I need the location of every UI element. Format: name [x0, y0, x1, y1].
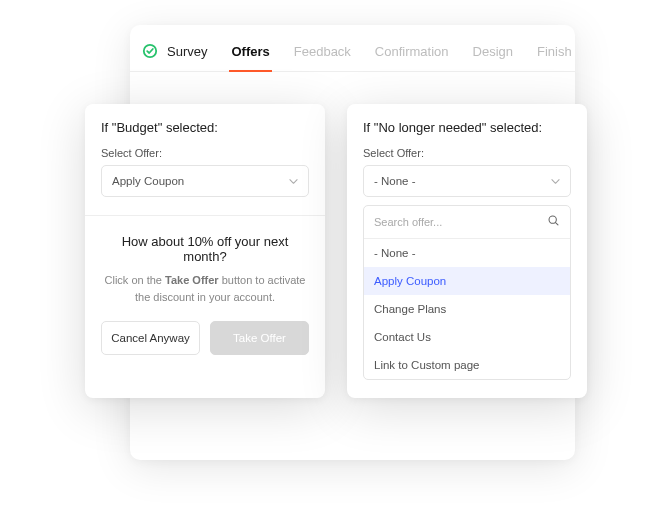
button-row: Cancel Anyway Take Offer — [101, 321, 309, 355]
search-icon — [547, 214, 560, 230]
divider — [85, 215, 325, 216]
select-value: - None - — [374, 175, 416, 187]
tab-feedback[interactable]: Feedback — [294, 44, 351, 71]
offer-body-bold: Take Offer — [165, 274, 219, 286]
tab-confirmation[interactable]: Confirmation — [375, 44, 449, 71]
offer-body: Click on the Take Offer button to activa… — [101, 272, 309, 305]
offer-select-budget[interactable]: Apply Coupon — [101, 165, 309, 197]
cancel-anyway-button[interactable]: Cancel Anyway — [101, 321, 200, 355]
option-label: Contact Us — [374, 331, 431, 343]
option-label: Link to Custom page — [374, 359, 479, 371]
chevron-down-icon — [551, 177, 560, 186]
search-row — [364, 206, 570, 239]
field-label: Select Offer: — [363, 147, 571, 159]
option-label: - None - — [374, 247, 416, 259]
option-contact-us[interactable]: Contact Us — [364, 323, 570, 351]
offer-select-nolonger[interactable]: - None - — [363, 165, 571, 197]
offer-dropdown: - None - Apply Coupon Change Plans Conta… — [363, 205, 571, 380]
option-label: Apply Coupon — [374, 275, 446, 287]
check-circle-icon — [142, 43, 158, 59]
tab-label: Finish — [537, 44, 572, 59]
option-change-plans[interactable]: Change Plans — [364, 295, 570, 323]
tab-label: Offers — [231, 44, 269, 59]
tab-survey[interactable]: Survey — [142, 43, 207, 71]
tab-label: Survey — [167, 44, 207, 59]
tab-label: Design — [473, 44, 513, 59]
card-title: If "No longer needed" selected: — [363, 120, 571, 135]
offer-heading: How about 10% off your next month? — [101, 234, 309, 264]
svg-line-2 — [556, 223, 558, 225]
card-title: If "Budget" selected: — [101, 120, 309, 135]
option-none[interactable]: - None - — [364, 239, 570, 267]
button-label: Cancel Anyway — [111, 332, 190, 344]
tab-offers[interactable]: Offers — [231, 44, 269, 71]
field-label: Select Offer: — [101, 147, 309, 159]
cards-row: If "Budget" selected: Select Offer: Appl… — [85, 104, 587, 398]
tabs: Survey Offers Feedback Confirmation Desi… — [130, 25, 575, 72]
chevron-down-icon — [289, 177, 298, 186]
take-offer-button[interactable]: Take Offer — [210, 321, 309, 355]
card-no-longer-needed: If "No longer needed" selected: Select O… — [347, 104, 587, 398]
search-input[interactable] — [374, 216, 547, 228]
select-value: Apply Coupon — [112, 175, 184, 187]
tab-label: Confirmation — [375, 44, 449, 59]
option-apply-coupon[interactable]: Apply Coupon — [364, 267, 570, 295]
button-label: Take Offer — [233, 332, 286, 344]
card-budget: If "Budget" selected: Select Offer: Appl… — [85, 104, 325, 398]
option-label: Change Plans — [374, 303, 446, 315]
tab-design[interactable]: Design — [473, 44, 513, 71]
offer-body-pre: Click on the — [105, 274, 166, 286]
tab-label: Feedback — [294, 44, 351, 59]
option-custom-page[interactable]: Link to Custom page — [364, 351, 570, 379]
tab-finish[interactable]: Finish — [537, 44, 572, 71]
